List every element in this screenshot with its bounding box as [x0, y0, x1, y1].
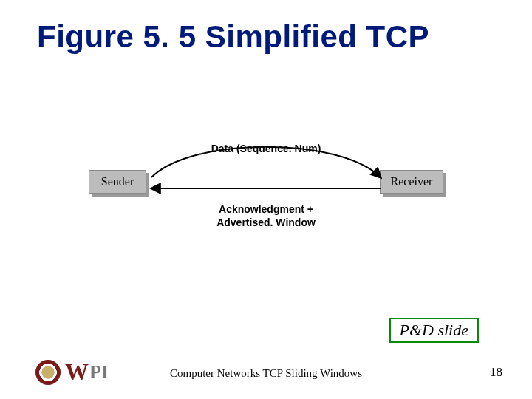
data-arrow-icon [151, 147, 381, 177]
arrows-svg [148, 144, 384, 218]
tcp-diagram: Sender Receiver Data (Sequence. Num) Ack… [89, 129, 443, 240]
page-number: 18 [490, 365, 502, 380]
footer: WPI Computer Networks TCP Sliding Window… [0, 353, 532, 386]
footer-text: Computer Networks TCP Sliding Windows [0, 367, 532, 380]
pd-slide-badge: P&D slide [389, 318, 480, 343]
receiver-node: Receiver [380, 170, 443, 194]
slide-title: Figure 5. 5 Simplified TCP [37, 19, 429, 55]
sender-node: Sender [89, 170, 146, 194]
